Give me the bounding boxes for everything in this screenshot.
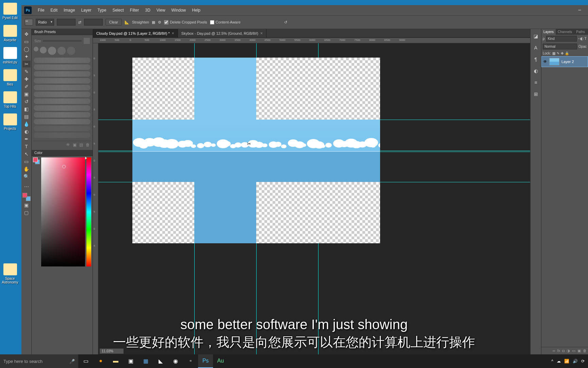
clear-button[interactable]: Clear — [105, 19, 122, 26]
audition-icon[interactable]: Au — [213, 354, 228, 368]
cloud-icon[interactable]: ☁ — [557, 359, 561, 364]
filter-type-icon[interactable]: T — [584, 36, 587, 41]
ratio-dropdown[interactable]: Ratio — [36, 19, 54, 26]
paragraph-icon[interactable]: ¶ — [533, 56, 539, 62]
zoom-level[interactable]: 11.03% — [100, 349, 124, 354]
mic-icon[interactable]: 🎤 — [69, 359, 75, 364]
brush-size-slider[interactable] — [43, 40, 82, 42]
adjustments-icon[interactable]: ≡ — [533, 79, 539, 86]
fx-icon[interactable]: fx — [557, 349, 560, 353]
color-field[interactable] — [41, 157, 85, 266]
eraser-tool[interactable]: ◧ — [22, 106, 31, 112]
shape-tool[interactable]: ▭ — [22, 158, 31, 165]
doc-tab-active[interactable]: Cloudy Day.psd @ 11% (Layer 2, RGB/8#) *… — [93, 29, 178, 37]
heal-tool[interactable]: ✚ — [22, 76, 31, 82]
brush-preview-icon[interactable]: 👁 — [66, 142, 70, 147]
brush-save-icon[interactable]: ▤ — [79, 142, 83, 147]
desktop-icon[interactable]: files — [1, 69, 19, 86]
blur-tool[interactable]: 💧 — [22, 121, 31, 127]
filter-image-icon[interactable]: ▫ — [578, 36, 579, 41]
system-tray[interactable]: ^ ☁ 📶 🔊 ⟳ — [548, 359, 588, 364]
history-brush-tool[interactable]: ↺ — [22, 98, 31, 105]
delete-icon[interactable]: 🗑 — [583, 349, 587, 353]
lock-trans-icon[interactable]: ▩ — [552, 51, 555, 55]
type-tool[interactable]: T — [22, 143, 31, 150]
marquee-tool[interactable]: ▭ — [22, 38, 31, 45]
menu-type[interactable]: Type — [95, 6, 109, 14]
hue-slider[interactable] — [86, 157, 91, 266]
adjustment-icon[interactable]: ◑ — [567, 349, 570, 353]
volume-icon[interactable]: 🔊 — [573, 359, 578, 364]
straighten-icon[interactable]: 📐 — [125, 20, 129, 25]
channels-tab[interactable]: Channels — [556, 29, 574, 35]
gradient-tool[interactable]: ▤ — [22, 113, 31, 120]
paths-tab[interactable]: Paths — [574, 29, 587, 35]
canvas-viewport[interactable]: ✂ 11.03% — [98, 43, 530, 354]
link-icon[interactable]: ∞ — [553, 349, 555, 353]
menu-filter[interactable]: Filter — [127, 6, 142, 14]
menu-view[interactable]: View — [154, 6, 168, 14]
swap-icon[interactable]: ⇄ — [78, 20, 81, 25]
gear-icon[interactable]: ⚙ — [158, 20, 161, 25]
minimize-button[interactable]: − — [574, 7, 585, 13]
brush-toggle-icon[interactable] — [84, 38, 90, 44]
edit-toolbar[interactable]: ⋯ — [22, 183, 31, 190]
mask-icon[interactable]: ◘ — [562, 349, 565, 353]
content-aware-checkbox[interactable]: Content-Aware — [210, 20, 241, 25]
dodge-tool[interactable]: ◐ — [22, 128, 31, 135]
desktop-icon[interactable]: eshlint.py — [1, 47, 19, 64]
desktop-icon[interactable]: Aseprite — [1, 25, 19, 42]
swatches-icon[interactable]: ◐ — [533, 68, 539, 74]
menu-file[interactable]: File — [35, 6, 47, 14]
ruler-vertical[interactable]: 050505050505 — [93, 43, 98, 354]
taskbar-search[interactable]: Type here to search 🎤 — [0, 354, 78, 368]
desktop-icon[interactable]: Space Astronomy — [1, 263, 19, 284]
crop-tool[interactable]: ✂ — [22, 61, 31, 67]
desktop-icon[interactable]: Projects — [1, 113, 19, 131]
grid-icon[interactable]: ▦ — [152, 20, 155, 25]
task-view-icon[interactable]: ▭ — [78, 354, 93, 368]
group-icon[interactable]: ▭ — [572, 349, 575, 353]
pen-tool[interactable]: ✒ — [22, 136, 31, 142]
quickmask-tool[interactable]: ▣ — [22, 202, 31, 209]
brush-tool[interactable]: ✐ — [22, 83, 31, 90]
menu-3d[interactable]: 3D — [142, 6, 153, 14]
hand-tool[interactable]: ✋ — [22, 166, 31, 172]
crop-tool-icon[interactable]: ✂ — [25, 19, 33, 26]
color-tab[interactable]: Color — [32, 150, 93, 156]
stamp-tool[interactable]: ▣ — [22, 91, 31, 97]
reset-icon[interactable]: ↺ — [284, 20, 287, 25]
color-swatches[interactable] — [22, 193, 31, 201]
close-icon[interactable]: × — [172, 31, 174, 36]
lock-paint-icon[interactable]: ✎ — [557, 51, 559, 55]
ratio-width-input[interactable] — [57, 19, 76, 26]
desktop-icon[interactable]: Top Hits — [1, 91, 19, 108]
menu-image[interactable]: Image — [61, 6, 78, 14]
history-icon[interactable]: ◪ — [533, 33, 539, 39]
layer-name[interactable]: Layer 2 — [561, 60, 574, 64]
lock-all-icon[interactable]: 🔒 — [565, 51, 569, 55]
color-mini-swatches[interactable] — [33, 157, 40, 266]
character-icon[interactable]: A — [533, 45, 539, 51]
close-icon[interactable]: × — [260, 31, 263, 36]
app-icon[interactable]: ▫ — [183, 354, 198, 368]
ruler-horizontal[interactable]: 1000500050010001500200025003000350040004… — [93, 38, 530, 43]
brush-grid[interactable] — [33, 45, 91, 56]
visibility-icon[interactable]: 👁 — [543, 59, 547, 64]
unity-icon[interactable]: ◣ — [153, 354, 168, 368]
menu-help[interactable]: Help — [189, 6, 203, 14]
app-icon[interactable]: ▣ — [123, 354, 138, 368]
lock-move-icon[interactable]: ✥ — [561, 51, 564, 55]
path-tool[interactable]: ↖ — [22, 151, 31, 157]
brush-delete-icon[interactable]: 🗑 — [86, 142, 90, 147]
layer-kind-dropdown[interactable]: Kind — [546, 36, 577, 42]
firefox-icon[interactable]: ● — [93, 354, 108, 368]
photoshop-icon[interactable]: Ps — [198, 354, 213, 368]
chevron-up-icon[interactable]: ^ — [551, 359, 553, 364]
menu-select[interactable]: Select — [110, 6, 126, 14]
network-icon[interactable]: 📶 — [564, 359, 569, 364]
trello-icon[interactable]: ▦ — [138, 354, 153, 368]
ratio-height-input[interactable] — [84, 19, 103, 26]
eyedropper-tool[interactable]: ✎ — [22, 68, 31, 75]
filter-adjust-icon[interactable]: ◐ — [580, 36, 584, 41]
